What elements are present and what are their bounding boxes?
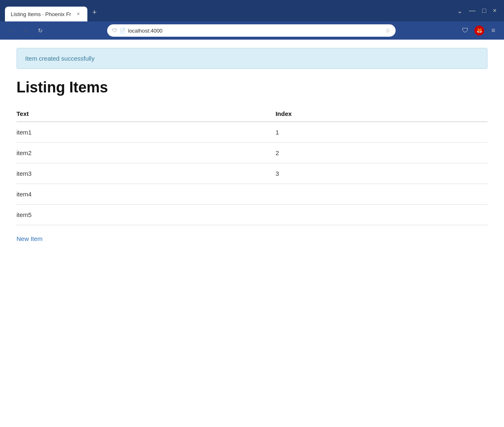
new-item-link[interactable]: New Item	[16, 235, 42, 242]
title-bar: Listing Items · Phoenix Fr × + ⌄ — □ ×	[0, 0, 504, 21]
column-header-index: Index	[276, 106, 488, 122]
table-row: item11	[16, 122, 488, 143]
tab-close-button[interactable]: ×	[75, 11, 82, 17]
table-row: item5	[16, 205, 488, 225]
flash-text: Item created successfully	[25, 55, 94, 62]
browser-window: Listing Items · Phoenix Fr × + ⌄ — □ × ‹…	[0, 0, 504, 427]
maximize-button[interactable]: □	[480, 5, 489, 16]
table-row: item4	[16, 184, 488, 205]
shield-nav-icon[interactable]: 🛡	[459, 25, 471, 36]
column-header-text: Text	[16, 106, 276, 122]
new-tab-button[interactable]: +	[89, 7, 100, 19]
window-controls: ⌄ — □ ×	[455, 5, 499, 17]
cell-index: 3	[276, 163, 488, 184]
close-button[interactable]: ×	[490, 5, 499, 16]
flash-message: Item created successfully	[16, 48, 488, 69]
cell-index	[276, 205, 488, 225]
browser-tab[interactable]: Listing Items · Phoenix Fr ×	[5, 7, 87, 21]
page-content: Item created successfully Listing Items …	[0, 40, 504, 427]
back-button[interactable]: ‹	[5, 25, 16, 36]
page-title: Listing Items	[16, 79, 488, 96]
cell-text: item4	[16, 184, 276, 205]
cell-index	[276, 184, 488, 205]
firefox-icon[interactable]: 🦊	[474, 25, 485, 36]
cell-index: 2	[276, 143, 488, 163]
items-table: Text Index item11item22item33item4item5	[16, 106, 488, 225]
cell-text: item3	[16, 163, 276, 184]
table-row: item33	[16, 163, 488, 184]
tab-bar: Listing Items · Phoenix Fr × +	[5, 0, 451, 21]
cell-text: item1	[16, 122, 276, 143]
address-bar[interactable]: 🛡 📄 localhost:4000 ☆	[107, 24, 396, 37]
tab-title: Listing Items · Phoenix Fr	[11, 11, 72, 17]
table-header-row: Text Index	[16, 106, 488, 122]
bookmark-icon[interactable]: ☆	[385, 27, 391, 34]
url-text: localhost:4000	[128, 28, 163, 34]
cell-text: item2	[16, 143, 276, 163]
fire-icon: 🦊	[474, 26, 484, 35]
page-icon: 📄	[120, 28, 126, 33]
minimize-button[interactable]: —	[466, 5, 478, 16]
reload-button[interactable]: ↻	[35, 25, 46, 36]
menu-button[interactable]: ≡	[488, 25, 499, 36]
security-icon: 🛡	[112, 28, 117, 33]
table-row: item22	[16, 143, 488, 163]
dropdown-button[interactable]: ⌄	[455, 5, 465, 17]
browser-icons: 🛡 🦊 ≡	[459, 25, 499, 36]
cell-index: 1	[276, 122, 488, 143]
forward-button[interactable]: ›	[20, 25, 31, 36]
cell-text: item5	[16, 205, 276, 225]
nav-bar: ‹ › ↻ 🛡 📄 localhost:4000 ☆ 🛡 🦊 ≡	[0, 21, 504, 40]
